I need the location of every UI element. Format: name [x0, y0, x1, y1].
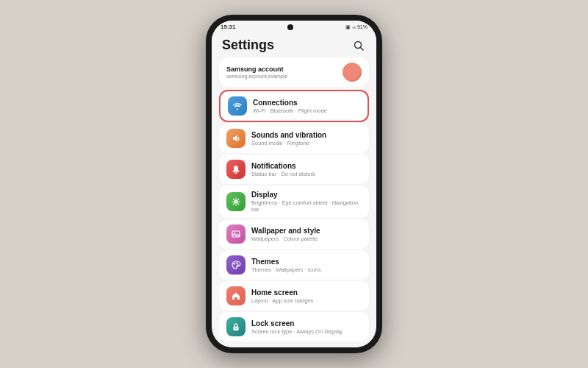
home-icon — [231, 291, 241, 301]
settings-item-themes[interactable]: Themes Themes · Wallpapers · Icons — [219, 250, 369, 280]
connections-icon — [228, 96, 247, 116]
notifications-icon — [226, 160, 245, 179]
wifi-icon — [232, 101, 243, 111]
homescreen-icon — [226, 286, 245, 305]
homescreen-title: Home screen — [251, 289, 362, 297]
account-label: Samsung account — [226, 66, 287, 73]
image-icon — [231, 229, 241, 239]
speaker-icon — [231, 133, 241, 144]
svg-point-13 — [234, 263, 235, 264]
nav-home-button[interactable]: ○ — [293, 346, 298, 347]
sounds-sub: Sound mode · Ringtone — [251, 140, 362, 146]
themes-sub: Themes · Wallpapers · Icons — [251, 266, 362, 273]
lockscreen-icon — [226, 317, 245, 336]
lock-icon — [231, 322, 241, 332]
phone-frame: 15:31 ▣ ᵥᵢₗ 91% Settings Samsung account — [206, 15, 382, 353]
signal-icon: ᵥᵢₗ — [352, 24, 356, 30]
svg-point-2 — [234, 200, 238, 204]
settings-item-sounds[interactable]: Sounds and vibration Sound mode · Ringto… — [219, 124, 369, 153]
display-sub: Brightness · Eye comfort shield · Naviga… — [251, 199, 362, 213]
account-avatar — [343, 63, 362, 82]
lockscreen-sub: Screen lock type · Always On Display — [251, 328, 362, 335]
display-title: Display — [251, 191, 362, 199]
settings-item-connections[interactable]: Connections Wi-Fi · Bluetooth · Flight m… — [219, 90, 369, 122]
lockscreen-title: Lock screen — [251, 319, 362, 328]
settings-item-notifications[interactable]: Notifications Status bar · Do not distur… — [219, 155, 369, 184]
nav-recent-button[interactable]: ||| — [246, 346, 253, 347]
search-button[interactable] — [351, 38, 366, 53]
connections-title: Connections — [253, 99, 360, 107]
wallpaper-text: Wallpaper and style Wallpapers · Colour … — [251, 227, 362, 242]
battery-percent: 91% — [357, 24, 368, 29]
search-icon — [353, 40, 365, 52]
sun-icon — [231, 197, 241, 207]
status-bar: 15:31 ▣ ᵥᵢₗ 91% — [212, 21, 376, 32]
notifications-title: Notifications — [251, 162, 362, 170]
account-banner[interactable]: Samsung account samsung.account.example — [219, 57, 369, 87]
settings-item-wallpaper[interactable]: Wallpaper and style Wallpapers · Colour … — [219, 219, 369, 249]
svg-line-8 — [237, 203, 238, 204]
svg-point-14 — [236, 262, 237, 263]
wallpaper-sub: Wallpapers · Colour palette — [251, 236, 362, 242]
nav-back-button[interactable]: ‹ — [339, 346, 342, 347]
status-time: 15:31 — [220, 24, 235, 30]
connections-text: Connections Wi-Fi · Bluetooth · Flight m… — [253, 99, 360, 114]
notifications-text: Notifications Status bar · Do not distur… — [251, 162, 362, 177]
svg-line-7 — [234, 199, 234, 200]
themes-title: Themes — [251, 258, 362, 266]
settings-list: Connections Wi-Fi · Bluetooth · Flight m… — [212, 90, 376, 342]
settings-header: Settings — [212, 32, 376, 56]
svg-line-10 — [234, 203, 234, 204]
camera-dot — [287, 24, 293, 30]
notifications-sub: Status bar · Do not disturb — [251, 171, 362, 177]
homescreen-sub: Layout · App icon badges — [251, 297, 362, 304]
themes-icon — [226, 255, 245, 275]
sounds-title: Sounds and vibration — [251, 131, 362, 139]
display-text: Display Brightness · Eye comfort shield … — [251, 191, 362, 213]
svg-point-17 — [235, 328, 237, 329]
connections-sub: Wi-Fi · Bluetooth · Flight mode — [253, 107, 360, 114]
svg-line-9 — [237, 199, 238, 200]
status-icons: ▣ ᵥᵢₗ 91% — [345, 24, 368, 30]
themes-text: Themes Themes · Wallpapers · Icons — [251, 258, 362, 273]
homescreen-text: Home screen Layout · App icon badges — [251, 289, 362, 304]
lockscreen-text: Lock screen Screen lock type · Always On… — [251, 319, 362, 335]
palette-icon — [231, 260, 241, 270]
display-icon — [226, 192, 245, 211]
svg-line-1 — [361, 47, 364, 50]
sounds-icon — [226, 129, 245, 148]
settings-title: Settings — [222, 38, 274, 53]
account-info: Samsung account samsung.account.example — [226, 66, 287, 79]
settings-item-display[interactable]: Display Brightness · Eye comfort shield … — [219, 185, 369, 218]
nav-bar: ||| ○ ‹ — [212, 342, 376, 347]
sounds-text: Sounds and vibration Sound mode · Ringto… — [251, 131, 362, 146]
phone-screen: 15:31 ▣ ᵥᵢₗ 91% Settings Samsung account — [212, 21, 376, 347]
settings-item-lockscreen[interactable]: Lock screen Screen lock type · Always On… — [219, 312, 369, 342]
battery-icon: ▣ — [345, 24, 351, 30]
wallpaper-title: Wallpaper and style — [251, 227, 362, 235]
settings-item-homescreen[interactable]: Home screen Layout · App icon badges — [219, 281, 369, 311]
bell-icon — [231, 164, 241, 174]
account-sub: samsung.account.example — [226, 74, 287, 79]
wallpaper-icon — [226, 224, 245, 244]
